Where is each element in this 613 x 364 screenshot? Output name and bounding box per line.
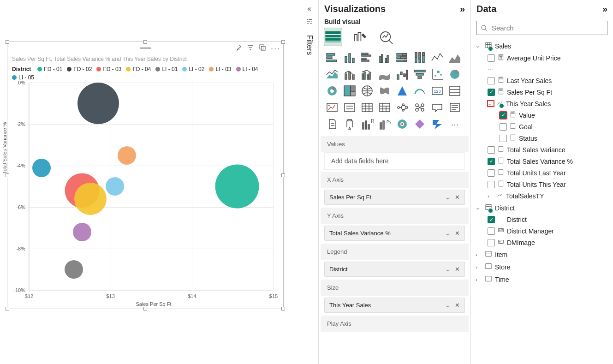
field-district[interactable]: ✓District [475, 214, 609, 225]
viz-line-stacked-column[interactable] [342, 67, 357, 82]
search-input[interactable] [476, 21, 607, 35]
viz-multi-row-card[interactable] [447, 84, 463, 98]
bubble[interactable] [215, 165, 259, 209]
well-xaxis-chip[interactable]: Sales Per Sq Ft⌄✕ [324, 190, 465, 205]
viz-stacked-area[interactable] [324, 67, 340, 82]
viz-donut[interactable] [324, 84, 340, 98]
focus-icon[interactable] [259, 44, 266, 54]
viz-100-column[interactable] [412, 50, 428, 65]
viz-paginated[interactable] [324, 117, 340, 131]
tab-analytics[interactable] [378, 28, 395, 46]
viz-clustered-bar[interactable] [359, 50, 375, 65]
table-store[interactable]: ›Store [475, 261, 609, 273]
viz-line-clustered-column[interactable] [359, 67, 375, 82]
viz-line[interactable] [429, 50, 445, 65]
remove-icon[interactable]: ✕ [455, 266, 460, 273]
viz-slicer[interactable] [342, 100, 357, 115]
viz-clustered-column[interactable] [377, 50, 393, 65]
remove-icon[interactable]: ✕ [455, 194, 460, 201]
legend-item[interactable]: LI - 01 [155, 66, 178, 72]
chevron-down-icon[interactable]: ⌄ [445, 194, 450, 201]
field-dm-image[interactable]: DMImage [475, 237, 609, 248]
field-this-year-sales[interactable]: ⌄This Year Sales [475, 98, 609, 109]
filters-pane-collapsed[interactable]: « Filters [300, 0, 318, 364]
collapse-data-icon[interactable]: » [602, 4, 607, 14]
chevron-down-icon[interactable]: ⌄ [445, 266, 450, 273]
viz-arcgis[interactable] [394, 117, 410, 131]
table-time[interactable]: ›Time [475, 273, 609, 286]
viz-python[interactable]: Py [377, 117, 393, 131]
bubble[interactable] [118, 146, 136, 165]
viz-area[interactable] [447, 50, 463, 65]
field-sales-per-sqft[interactable]: ✓Sales Per Sq Ft [475, 86, 609, 98]
bubble[interactable] [74, 183, 107, 215]
viz-narrative[interactable] [447, 100, 463, 115]
viz-waterfall[interactable] [394, 67, 410, 82]
viz-kpi[interactable] [324, 100, 340, 115]
field-total-sales-variance-pct[interactable]: ✓Total Sales Variance % [475, 155, 609, 167]
collapse-viz-icon[interactable]: » [460, 4, 465, 14]
legend-item[interactable]: LI - 03 [209, 66, 231, 72]
viz-filled-map[interactable] [377, 84, 393, 98]
viz-card[interactable]: 123 [429, 84, 445, 98]
legend-item[interactable]: FD - 04 [126, 66, 151, 72]
field-last-year-sales[interactable]: Last Year Sales [475, 75, 609, 86]
field-avg-unit-price[interactable]: Average Unit Price [475, 52, 609, 64]
legend-item[interactable]: LI - 02 [182, 66, 204, 72]
legend-item[interactable]: LI - 04 [236, 66, 258, 72]
expand-filters-icon[interactable]: « [307, 5, 311, 13]
viz-pie[interactable] [447, 67, 463, 82]
table-district[interactable]: ⌄District [475, 202, 609, 214]
bubble[interactable] [106, 177, 124, 196]
field-total-sales-ty[interactable]: ›TotalSalesTY [475, 190, 609, 202]
viz-stacked-bar[interactable] [324, 50, 340, 65]
viz-goals[interactable] [342, 117, 357, 131]
tab-format-visual[interactable] [351, 28, 369, 46]
field-district-manager[interactable]: District Manager [475, 225, 609, 237]
well-yaxis-chip[interactable]: Total Sales Variance %⌄✕ [324, 226, 465, 241]
filter-icon[interactable] [247, 44, 254, 54]
viz-qa[interactable] [429, 100, 445, 115]
chevron-down-icon[interactable]: ⌄ [445, 302, 450, 309]
viz-more[interactable]: ··· [447, 117, 463, 131]
viz-matrix[interactable] [377, 100, 393, 115]
viz-map[interactable] [359, 84, 375, 98]
field-total-units-this-year[interactable]: Total Units This Year [475, 179, 609, 190]
viz-decomposition[interactable] [394, 100, 410, 115]
viz-azure-map[interactable] [394, 84, 410, 98]
chevron-down-icon[interactable]: ⌄ [445, 230, 450, 237]
field-goal[interactable]: Goal [475, 121, 609, 132]
viz-treemap[interactable] [342, 84, 357, 98]
bubble[interactable] [65, 260, 83, 279]
chart-plot-area[interactable]: 0%-2%-4%-6%-8%-10%$12$13$14$15 [29, 83, 273, 290]
viz-powerapps[interactable] [412, 117, 428, 131]
legend-item[interactable]: FD - 02 [67, 66, 92, 72]
legend-item[interactable]: FD - 03 [96, 66, 121, 72]
more-icon[interactable]: ··· [271, 44, 280, 54]
field-total-sales-variance[interactable]: Total Sales Variance [475, 144, 609, 155]
remove-icon[interactable]: ✕ [455, 230, 460, 237]
viz-table[interactable] [359, 100, 375, 115]
table-sales[interactable]: ⌄Sales [475, 40, 609, 52]
viz-key-influencers[interactable] [412, 100, 428, 115]
well-size-chip[interactable]: This Year Sales⌄✕ [324, 298, 465, 313]
bubble[interactable] [77, 83, 119, 124]
bubble[interactable] [32, 159, 51, 177]
viz-funnel[interactable] [412, 67, 428, 82]
viz-scatter[interactable] [429, 67, 445, 82]
remove-icon[interactable]: ✕ [455, 302, 460, 309]
table-item[interactable]: ›Item [475, 248, 609, 261]
viz-100-bar[interactable] [394, 50, 410, 65]
viz-stacked-column[interactable] [342, 50, 357, 65]
viz-gauge[interactable] [412, 84, 428, 98]
field-status[interactable]: Status [475, 132, 609, 144]
report-canvas[interactable]: ··· Sales Per Sq Ft, Total Sales Varianc… [0, 0, 300, 364]
tab-build-visual[interactable] [324, 28, 342, 46]
viz-r[interactable]: R [359, 117, 375, 131]
field-total-units-last-year[interactable]: Total Units Last Year [475, 167, 609, 179]
pin-icon[interactable] [235, 44, 242, 54]
viz-ribbon[interactable] [377, 67, 393, 82]
visual-scatter[interactable]: ··· Sales Per Sq Ft, Total Sales Varianc… [7, 42, 284, 309]
well-legend-chip[interactable]: District⌄✕ [324, 262, 465, 277]
bubble[interactable] [73, 223, 91, 241]
